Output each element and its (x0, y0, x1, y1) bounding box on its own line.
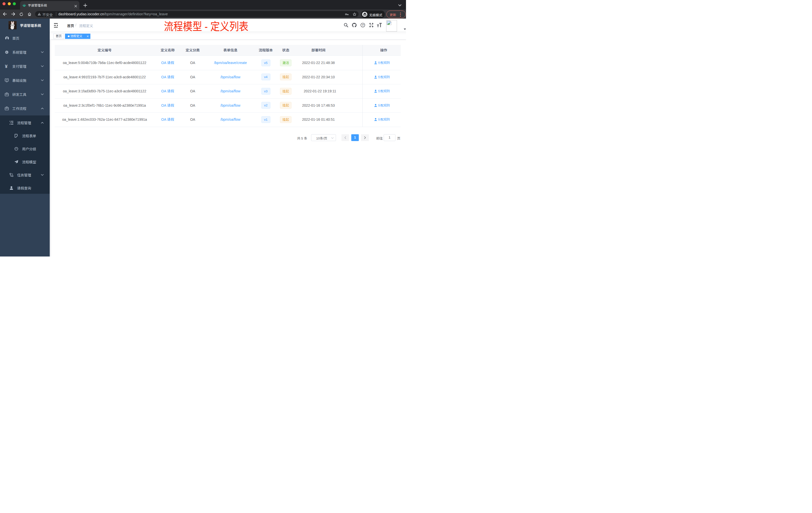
svg-text:?: ? (362, 24, 364, 27)
